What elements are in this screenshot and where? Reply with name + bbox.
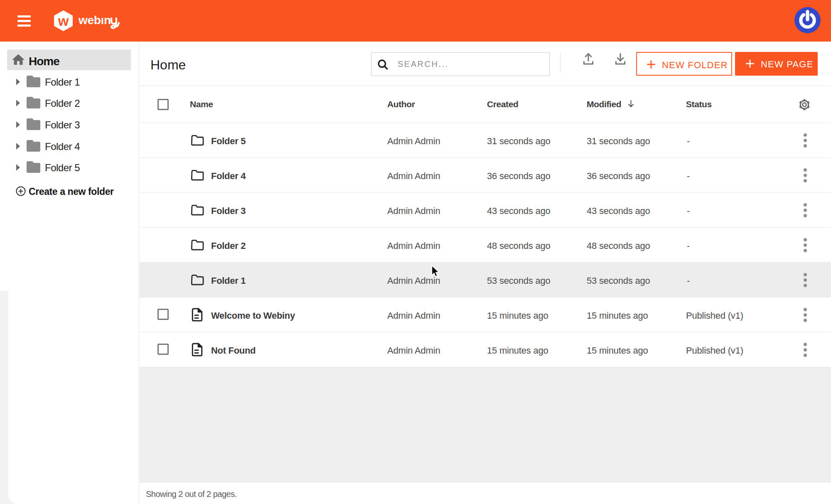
svg-text:w: w [58, 13, 69, 29]
